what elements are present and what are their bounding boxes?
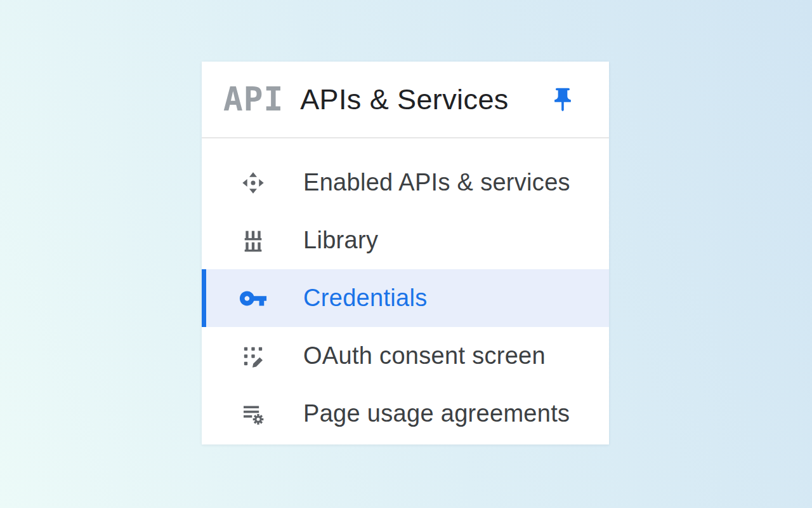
nav-menu: Enabled APIs & services L: [202, 138, 609, 443]
api-logo: API: [223, 83, 284, 116]
pushpin-icon: [549, 86, 577, 114]
apis-services-nav-panel: API APIs & Services Enabl: [202, 62, 609, 444]
enabled-apis-icon: [240, 170, 266, 196]
nav-item-label: Enabled APIs & services: [303, 169, 570, 196]
nav-item-enabled-apis[interactable]: Enabled APIs & services: [202, 154, 609, 211]
oauth-consent-icon: [240, 344, 266, 369]
key-icon: [239, 284, 268, 313]
nav-item-credentials[interactable]: Credentials: [202, 269, 609, 327]
nav-item-page-usage[interactable]: Page usage agreements: [202, 385, 609, 443]
library-icon: [240, 228, 266, 253]
panel-title: APIs & Services: [300, 83, 509, 116]
nav-item-label: OAuth consent screen: [303, 342, 546, 370]
nav-item-library[interactable]: Library: [202, 211, 609, 269]
panel-header: API APIs & Services: [202, 62, 609, 138]
nav-item-oauth-consent[interactable]: OAuth consent screen: [202, 327, 609, 385]
background: { "panel": { "header": { "logo_text": "A…: [0, 0, 812, 508]
page-usage-icon: [240, 401, 266, 427]
pin-button[interactable]: [548, 85, 577, 114]
nav-item-label: Page usage agreements: [303, 400, 570, 427]
nav-item-label: Library: [303, 227, 378, 254]
nav-item-label: Credentials: [303, 284, 428, 312]
